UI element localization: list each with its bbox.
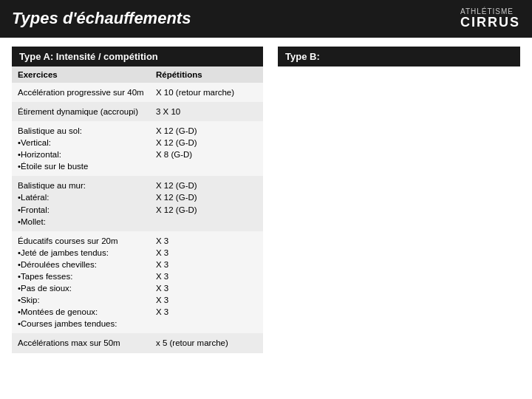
exercise-cell: Éducatifs courses sur 20m•Jeté de jambes… bbox=[12, 231, 150, 334]
table-row: Balistique au mur:•Latéral:•Frontal:•Mol… bbox=[12, 176, 263, 231]
table-row: Éducatifs courses sur 20m•Jeté de jambes… bbox=[12, 231, 263, 334]
col-header-repetitions: Répétitions bbox=[150, 66, 263, 83]
exercise-table: Exercices Répétitions Accélération progr… bbox=[12, 66, 263, 353]
exercise-cell: Balistique au mur:•Latéral:•Frontal:•Mol… bbox=[12, 176, 150, 231]
table-row: Étirement dynamique (accroupi)3 X 10 bbox=[12, 102, 263, 121]
table-row: Accélérations max sur 50mx 5 (retour mar… bbox=[12, 333, 263, 352]
main-content: Type A: Intensité / compétition Exercice… bbox=[0, 38, 532, 398]
logo: Athlétisme CIRRUS bbox=[460, 7, 520, 30]
table-row: Accélération progressive sur 40mX 10 (re… bbox=[12, 83, 263, 102]
logo-text: Athlétisme CIRRUS bbox=[460, 7, 520, 30]
repetition-cell: X 10 (retour marche) bbox=[150, 83, 263, 102]
repetition-cell: X 12 (G-D)X 12 (G-D)X 12 (G-D) bbox=[150, 176, 263, 231]
panel-type-b: Type B: bbox=[278, 47, 520, 389]
header: Types d'échauffements Athlétisme CIRRUS bbox=[0, 0, 532, 38]
page-title: Types d'échauffements bbox=[12, 9, 191, 28]
exercise-cell: Balistique au sol:•Vertical:•Horizontal:… bbox=[12, 121, 150, 176]
panel-a-header: Type A: Intensité / compétition bbox=[12, 47, 263, 66]
repetition-cell: 3 X 10 bbox=[150, 102, 263, 121]
repetition-cell: X 3X 3X 3X 3X 3X 3X 3 bbox=[150, 231, 263, 334]
table-header-row: Exercices Répétitions bbox=[12, 66, 263, 83]
logo-bottom-text: CIRRUS bbox=[460, 16, 520, 30]
repetition-cell: X 12 (G-D)X 12 (G-D)X 8 (G-D) bbox=[150, 121, 263, 176]
exercise-cell: Étirement dynamique (accroupi) bbox=[12, 102, 150, 121]
exercise-cell: Accélération progressive sur 40m bbox=[12, 83, 150, 102]
panel-b-header: Type B: bbox=[278, 47, 520, 66]
repetition-cell: x 5 (retour marche) bbox=[150, 333, 263, 352]
panel-type-a: Type A: Intensité / compétition Exercice… bbox=[12, 47, 263, 389]
table-row: Balistique au sol:•Vertical:•Horizontal:… bbox=[12, 121, 263, 176]
exercise-cell: Accélérations max sur 50m bbox=[12, 333, 150, 352]
col-header-exercises: Exercices bbox=[12, 66, 150, 83]
